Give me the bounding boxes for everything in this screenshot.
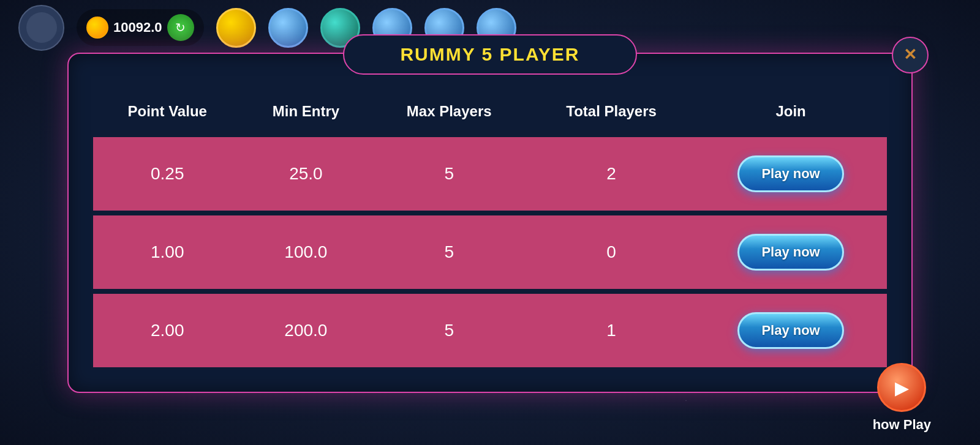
cell-max-players: 5 <box>370 135 528 213</box>
col-header-point-value: Point Value <box>93 91 241 135</box>
cell-join: Play now <box>695 135 887 213</box>
modal-title: RUMMY 5 PLAYER <box>343 34 637 75</box>
table-row: 2.00200.051Play now <box>93 291 887 367</box>
cell-point-value: 2.00 <box>93 291 241 367</box>
table-row: 0.2525.052Play now <box>93 135 887 213</box>
cell-point-value: 0.25 <box>93 135 241 213</box>
cell-min-entry: 100.0 <box>241 213 370 291</box>
cell-total-players: 2 <box>528 135 695 213</box>
cell-max-players: 5 <box>370 213 528 291</box>
cell-min-entry: 25.0 <box>241 135 370 213</box>
play-now-button-2[interactable]: Play now <box>737 312 843 349</box>
cell-max-players: 5 <box>370 291 528 367</box>
cell-point-value: 1.00 <box>93 213 241 291</box>
col-header-total-players: Total Players <box>528 91 695 135</box>
cell-total-players: 0 <box>528 213 695 291</box>
table-header-row: Point Value Min Entry Max Players Total … <box>93 91 887 135</box>
cell-join: Play now <box>695 213 887 291</box>
cell-min-entry: 200.0 <box>241 291 370 367</box>
game-table: Point Value Min Entry Max Players Total … <box>93 91 887 367</box>
table-row: 1.00100.050Play now <box>93 213 887 291</box>
modal-overlay: RUMMY 5 PLAYER ✕ Point Value Min Entry M… <box>0 0 980 445</box>
how-play-area[interactable]: ▶ how Play <box>873 363 931 433</box>
how-play-icon: ▶ <box>877 363 926 412</box>
rummy-modal: RUMMY 5 PLAYER ✕ Point Value Min Entry M… <box>67 53 913 393</box>
col-header-join: Join <box>695 91 887 135</box>
how-play-label: how Play <box>873 417 931 433</box>
cell-total-players: 1 <box>528 291 695 367</box>
close-button[interactable]: ✕ <box>892 37 929 73</box>
play-now-button-1[interactable]: Play now <box>737 234 843 271</box>
col-header-min-entry: Min Entry <box>241 91 370 135</box>
cell-join: Play now <box>695 291 887 367</box>
modal-title-wrap: RUMMY 5 PLAYER <box>343 34 637 75</box>
col-header-max-players: Max Players <box>370 91 528 135</box>
play-now-button-0[interactable]: Play now <box>737 155 843 192</box>
